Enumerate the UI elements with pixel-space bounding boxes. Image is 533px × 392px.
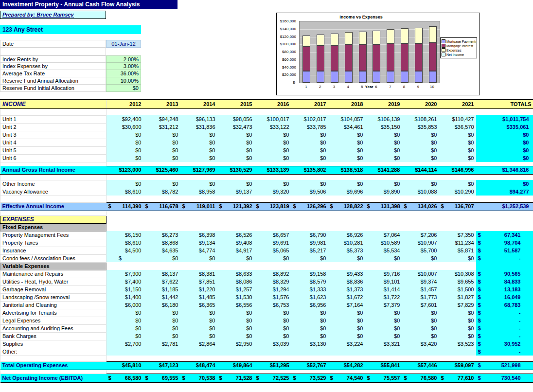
cell[interactable]: $0 — [328, 317, 365, 324]
cell[interactable]: $0 — [365, 180, 402, 188]
cell[interactable] — [0, 370, 107, 374]
cell[interactable] — [107, 162, 143, 166]
cell[interactable]: $0 — [180, 309, 217, 317]
year-header-cell[interactable]: 2015 — [217, 100, 254, 108]
cell[interactable] — [476, 108, 533, 115]
cell[interactable]: $0 — [328, 180, 365, 188]
cell[interactable]: $0 — [180, 154, 217, 162]
cell[interactable]: $1,220 — [180, 285, 217, 293]
cell[interactable]: $8,610 — [107, 239, 143, 247]
cell[interactable]: $9,890 — [365, 188, 402, 196]
cell[interactable] — [180, 223, 217, 231]
cell[interactable]: $6,398 — [180, 231, 217, 239]
cell[interactable]: $1,150 — [107, 285, 143, 293]
cell[interactable]: $0 — [439, 332, 476, 340]
cell[interactable]: $35,150 — [365, 123, 402, 131]
cell[interactable]: $0 — [365, 254, 402, 262]
cell[interactable] — [217, 174, 254, 180]
cell[interactable]: $0 — [328, 131, 365, 139]
cell[interactable]: $72,525 — [254, 374, 291, 383]
cell[interactable] — [291, 196, 328, 202]
cell[interactable]: $0 — [180, 131, 217, 139]
cell[interactable] — [365, 215, 402, 223]
cell[interactable] — [143, 348, 180, 356]
cell[interactable]: $0 — [254, 317, 291, 324]
cell[interactable]: $68,783 — [476, 301, 533, 309]
row-label[interactable]: Janitorial and Cleaning — [0, 301, 107, 309]
cell[interactable] — [107, 262, 143, 270]
cell[interactable]: $0 — [402, 309, 439, 317]
cell[interactable]: $9,716 — [365, 270, 402, 278]
cell[interactable]: $45,810 — [107, 361, 143, 370]
cell[interactable]: $31,836 — [180, 123, 217, 131]
cell[interactable] — [254, 196, 291, 202]
cell[interactable] — [254, 174, 291, 180]
cell[interactable]: $51,295 — [254, 361, 291, 370]
cell[interactable]: $9,158 — [291, 270, 328, 278]
total-cell[interactable]: $1,346,816 — [476, 166, 533, 174]
cell[interactable]: $0 — [143, 146, 180, 154]
row-label[interactable]: Bank Charges — [0, 332, 107, 340]
assumption-value[interactable]: $0 — [106, 85, 141, 92]
cell[interactable] — [328, 196, 365, 202]
cell[interactable]: $5,217 — [291, 247, 328, 254]
cell[interactable]: $32,473 — [217, 123, 254, 131]
cell[interactable]: $0 — [439, 154, 476, 162]
cell[interactable]: $0 — [402, 146, 439, 154]
cell[interactable] — [439, 262, 476, 270]
cell[interactable]: $0 — [365, 146, 402, 154]
cell[interactable] — [476, 196, 533, 202]
cell[interactable]: $0 — [254, 146, 291, 154]
row-label[interactable]: Utilities - Heat, Hydo, Water — [0, 278, 107, 285]
cell[interactable]: $3,130 — [291, 340, 328, 348]
cell[interactable] — [365, 174, 402, 180]
cell[interactable]: $34,461 — [328, 123, 365, 131]
cell[interactable]: $0 — [291, 154, 328, 162]
cell[interactable]: $7,064 — [365, 231, 402, 239]
cell[interactable]: $96,133 — [180, 115, 217, 123]
cell[interactable]: $7,829 — [439, 301, 476, 309]
cell[interactable]: $5,065 — [254, 247, 291, 254]
cell[interactable]: $9,374 — [402, 278, 439, 285]
cell[interactable]: $0 — [402, 324, 439, 332]
cell[interactable]: $10,007 — [402, 270, 439, 278]
total-cell[interactable]: $0 — [476, 180, 533, 188]
cell[interactable]: $8,633 — [217, 270, 254, 278]
cell[interactable]: $0 — [402, 180, 439, 188]
cell[interactable]: $57,446 — [402, 361, 439, 370]
cell[interactable]: $123,000 — [107, 166, 143, 174]
cell[interactable]: $121,392 — [217, 202, 254, 211]
cell[interactable]: $0 — [107, 139, 143, 146]
cell[interactable]: $0 — [328, 154, 365, 162]
assumption-value[interactable]: 10.00% — [106, 77, 141, 85]
cell[interactable] — [180, 262, 217, 270]
cell[interactable]: $0 — [254, 254, 291, 262]
cell[interactable]: $5,373 — [328, 247, 365, 254]
cell[interactable]: $- — [476, 317, 533, 324]
cell[interactable]: $48,474 — [180, 361, 217, 370]
cell[interactable]: $8,329 — [254, 278, 291, 285]
cell[interactable]: $110,427 — [439, 115, 476, 123]
cell[interactable]: $0 — [402, 332, 439, 340]
row-label[interactable]: Other: — [0, 348, 107, 356]
cell[interactable] — [217, 196, 254, 202]
cell[interactable] — [402, 223, 439, 231]
cell[interactable]: $- — [476, 348, 533, 356]
cell[interactable]: $0 — [217, 254, 254, 262]
cell[interactable] — [328, 108, 365, 115]
cell[interactable] — [328, 215, 365, 223]
cell[interactable]: $9,655 — [439, 278, 476, 285]
cell[interactable]: $0 — [291, 139, 328, 146]
cell[interactable]: $33,785 — [291, 123, 328, 131]
cell[interactable] — [328, 370, 365, 374]
cell[interactable] — [291, 211, 328, 215]
cell[interactable]: $0 — [143, 332, 180, 340]
cell[interactable]: $54,282 — [328, 361, 365, 370]
cell[interactable]: $1,485 — [180, 293, 217, 301]
cell[interactable]: $0 — [365, 131, 402, 139]
cell[interactable] — [328, 348, 365, 356]
cell[interactable] — [143, 174, 180, 180]
cell[interactable]: $1,257 — [217, 285, 254, 293]
cell[interactable]: $0 — [180, 317, 217, 324]
total-cell[interactable]: $94,277 — [476, 188, 533, 196]
